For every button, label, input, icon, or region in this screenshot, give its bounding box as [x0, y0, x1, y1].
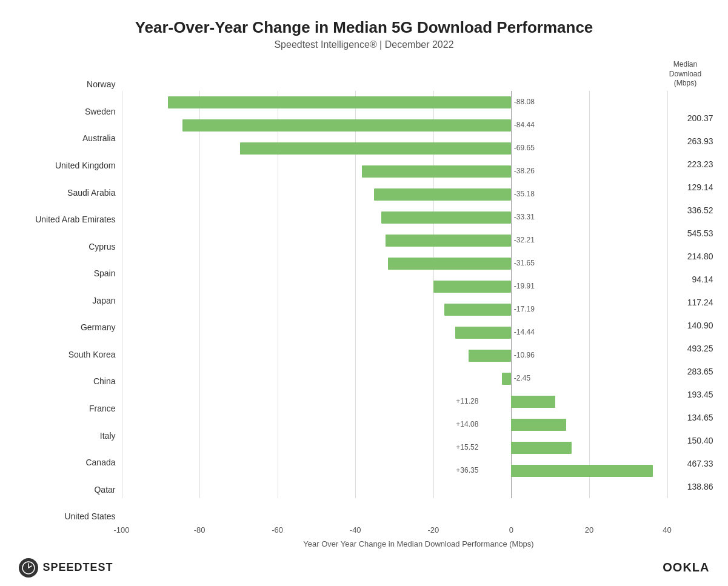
median-value: 545.53: [667, 222, 716, 245]
y-label: Canada: [13, 451, 122, 474]
bar: [381, 211, 511, 224]
bar-row: +14.08: [122, 413, 667, 436]
bar-row: -88.08: [122, 91, 667, 114]
bar-label: -88.08: [514, 98, 535, 106]
y-label: United States: [13, 505, 122, 528]
bar: [502, 373, 512, 385]
speedtest-logo: SPEEDTEST: [19, 558, 113, 578]
bar: [511, 396, 555, 408]
bar-rows: -88.08-84.44-69.65-38.26-35.18-33.31-32.…: [122, 91, 667, 501]
bar-label: -84.44: [514, 121, 535, 129]
median-value: 214.80: [667, 245, 716, 268]
chart-subtitle: Speedtest Intelligence® | December 2022: [274, 39, 453, 50]
y-label: Qatar: [13, 478, 122, 501]
median-value: 138.86: [667, 475, 716, 498]
bar-label: -32.21: [514, 236, 535, 244]
y-label: Saudi Arabia: [13, 181, 122, 204]
bar: [374, 188, 511, 201]
x-tick-label: 20: [585, 525, 593, 534]
y-label: Cyprus: [13, 235, 122, 258]
bar-row: -31.65: [122, 252, 667, 275]
bar-row: +36.35: [122, 459, 667, 482]
median-value: 117.24: [667, 291, 716, 314]
x-tick-label: -100: [113, 525, 129, 534]
bar-label: -35.18: [514, 190, 535, 198]
y-label: Norway: [13, 73, 122, 96]
bar-row: -35.18: [122, 183, 667, 206]
bar-label: -38.26: [514, 167, 535, 175]
bar: [168, 96, 511, 108]
median-value: 150.40: [667, 429, 716, 452]
bar: [362, 165, 511, 178]
x-tick-label: 40: [663, 525, 671, 534]
bar-row: -19.91: [122, 275, 667, 298]
y-label: United Arab Emirates: [13, 208, 122, 231]
x-tick-label: -40: [350, 525, 361, 534]
median-value: 336.52: [667, 199, 716, 222]
x-axis-title: Year Over Year Change in Median Download…: [122, 539, 716, 548]
bar: [182, 119, 512, 132]
bar-label: -14.44: [514, 328, 535, 336]
grid-line: [667, 91, 668, 498]
median-value: 493.25: [667, 337, 716, 360]
bar-label: +15.52: [456, 443, 478, 451]
bar-row: -17.19: [122, 298, 667, 321]
bar-row: -84.44: [122, 114, 667, 137]
bar-label: -10.96: [514, 351, 535, 359]
bar: [386, 235, 511, 247]
ookla-label: OOKLA: [663, 561, 709, 574]
bar-row: -2.45: [122, 367, 667, 390]
y-label: Sweden: [13, 100, 122, 123]
bar-label: -2.45: [514, 374, 530, 382]
bar-row: -33.31: [122, 206, 667, 229]
bar: [444, 304, 512, 316]
median-value: 263.93: [667, 130, 716, 153]
bar-label: -69.65: [514, 144, 535, 152]
y-label: Germany: [13, 316, 122, 339]
bar: [469, 350, 511, 362]
bar-row: -14.44: [122, 321, 667, 344]
y-label: Spain: [13, 262, 122, 285]
median-value: 283.65: [667, 360, 716, 383]
y-label: China: [13, 370, 122, 393]
bar-label: -33.31: [514, 213, 535, 221]
x-tick-label: -20: [427, 525, 439, 534]
bar: [511, 442, 572, 454]
speedtest-label: SPEEDTEST: [43, 561, 113, 574]
y-label: France: [13, 397, 122, 420]
bar-label: -31.65: [514, 259, 535, 267]
bar: [433, 281, 511, 293]
median-value: 223.23: [667, 153, 716, 176]
bar: [455, 327, 512, 339]
median-value: 134.65: [667, 406, 716, 429]
bar-row: -10.96: [122, 344, 667, 367]
y-label: United Kingdom: [13, 154, 122, 177]
median-value: 94.14: [667, 268, 716, 291]
bar-row: -32.21: [122, 229, 667, 252]
y-label: South Korea: [13, 343, 122, 366]
y-axis-labels: NorwaySwedenAustraliaUnited KingdomSaudi…: [13, 60, 122, 548]
chart-title: Year-Over-Year Change in Median 5G Downl…: [135, 18, 593, 37]
bar-label: +14.08: [456, 420, 478, 428]
bars-area: -88.08-84.44-69.65-38.26-35.18-33.31-32.…: [122, 91, 667, 516]
x-tick-label: -60: [272, 525, 283, 534]
bar: [240, 142, 512, 155]
bar: [388, 258, 511, 270]
median-value: 140.90: [667, 314, 716, 337]
y-label: Australia: [13, 127, 122, 150]
x-tick-label: -80: [194, 525, 205, 534]
y-label: Japan: [13, 289, 122, 312]
median-value: 129.14: [667, 176, 716, 199]
bar-row: -38.26: [122, 160, 667, 183]
x-axis: -100-80-60-40-2002040: [122, 516, 667, 534]
bar: [511, 419, 566, 431]
bar-row: -69.65: [122, 137, 667, 160]
median-value: 200.37: [667, 107, 716, 130]
x-tick-label: 0: [509, 525, 513, 534]
bar-label: +36.35: [456, 466, 478, 474]
median-value: 467.33: [667, 452, 716, 475]
bar-label: +11.28: [456, 397, 478, 405]
bar-label: -17.19: [514, 305, 535, 313]
median-values: 200.37263.93223.23129.14336.52545.53214.…: [667, 91, 716, 516]
y-label: Italy: [13, 424, 122, 447]
